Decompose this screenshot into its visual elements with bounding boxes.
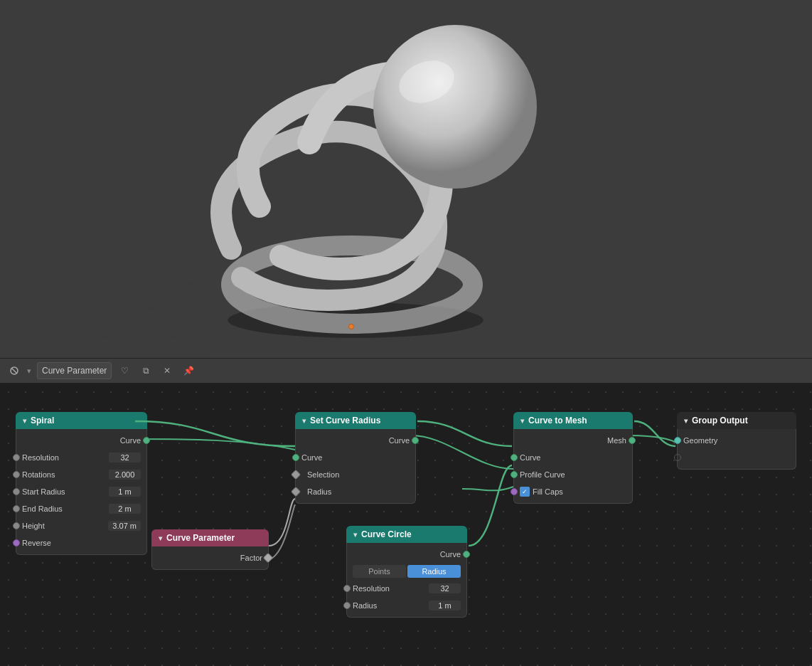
spiral-curve-label: Curve xyxy=(22,436,141,445)
group-output-title: Group Output xyxy=(692,416,748,426)
curve-to-mesh-body: Mesh Curve Profile Curve Fill Caps xyxy=(513,429,633,504)
cc-radius-toggle[interactable]: Radius xyxy=(407,565,461,578)
spiral-resolution-value[interactable]: 32 xyxy=(109,453,141,462)
scr-selection-row: Selection xyxy=(296,466,415,483)
cc-curve-socket[interactable] xyxy=(463,551,470,558)
node-tree-name: Curve Parameter xyxy=(42,366,107,376)
cc-radius-socket[interactable] xyxy=(343,602,351,609)
spiral-node-body: Curve Resolution 32 Rotations 2.000 Star… xyxy=(16,429,147,555)
scr-radius-row: Radius xyxy=(296,483,415,500)
node-editor[interactable]: ▾ Spiral Curve Resolution 32 Rotations 2… xyxy=(0,384,812,666)
curve-parameter-title: Curve Parameter xyxy=(166,533,235,543)
spiral-reverse-row: Reverse xyxy=(16,534,146,551)
set-curve-radius-header: ▾ Set Curve Radius xyxy=(295,412,416,429)
spiral-curve-output: Curve xyxy=(16,432,146,449)
node-tree-type-icon[interactable] xyxy=(6,362,23,379)
spiral-rotations-socket[interactable] xyxy=(13,471,20,478)
spiral-curve-socket[interactable] xyxy=(143,437,150,444)
set-curve-radius-node[interactable]: ▾ Set Curve Radius Curve Curve Selection xyxy=(295,412,416,504)
spiral-resolution-row: Resolution 32 xyxy=(16,449,146,466)
go-geometry-socket[interactable] xyxy=(674,437,681,444)
cc-resolution-socket[interactable] xyxy=(343,585,351,592)
cc-radius-value[interactable]: 1 m xyxy=(429,601,461,610)
group-output-body: Geometry xyxy=(677,429,796,470)
close-button[interactable]: ✕ xyxy=(159,362,176,379)
spiral-rotations-row: Rotations 2.000 xyxy=(16,466,146,483)
scr-selection-socket[interactable] xyxy=(291,470,301,480)
spiral-end-radius-value[interactable]: 2 m xyxy=(109,504,141,514)
svg-point-21 xyxy=(373,25,537,189)
go-geometry-row: Geometry xyxy=(678,432,796,449)
heart-button[interactable]: ♡ xyxy=(116,362,133,379)
curve-circle-body: Curve Points Radius Resolution 32 Radius… xyxy=(346,543,467,618)
scr-curve-out-label: Curve xyxy=(301,436,410,445)
cc-curve-output: Curve xyxy=(347,546,466,563)
ctm-fillcaps-socket[interactable] xyxy=(511,488,518,495)
spiral-node[interactable]: ▾ Spiral Curve Resolution 32 Rotations 2… xyxy=(16,412,147,555)
spiral-end-radius-row: End Radius 2 m xyxy=(16,500,146,517)
ctm-profile-row: Profile Curve xyxy=(514,466,632,483)
curve-circle-header: ▾ Curve Circle xyxy=(346,526,467,543)
cp-factor-label: Factor xyxy=(158,554,262,562)
cc-resolution-row: Resolution 32 xyxy=(347,580,466,597)
spiral-resolution-socket[interactable] xyxy=(13,454,20,461)
curve-to-mesh-node[interactable]: ▾ Curve to Mesh Mesh Curve Profile Curve xyxy=(513,412,633,504)
curve-to-mesh-title: Curve to Mesh xyxy=(528,416,587,426)
copy-button[interactable]: ⧉ xyxy=(137,362,154,379)
spiral-rotations-value[interactable]: 2.000 xyxy=(109,470,141,480)
cc-toggle-group: Points Radius xyxy=(353,565,461,578)
svg-line-24 xyxy=(11,368,17,374)
spiral-node-header: ▾ Spiral xyxy=(16,412,147,429)
viewport-3d[interactable] xyxy=(0,0,812,358)
group-output-header: ▾ Group Output xyxy=(677,412,796,429)
ctm-curve-row: Curve xyxy=(514,449,632,466)
spiral-start-radius-row: Start Radius 1 m xyxy=(16,483,146,500)
spiral-height-socket[interactable] xyxy=(13,522,20,529)
cp-factor-socket[interactable] xyxy=(263,553,273,563)
curve-parameter-body: Factor xyxy=(151,546,269,570)
scr-curve-in-socket[interactable] xyxy=(292,454,299,461)
pin-button[interactable]: 📌 xyxy=(180,362,197,379)
cc-curve-label: Curve xyxy=(353,550,461,559)
cc-points-toggle[interactable]: Points xyxy=(353,565,406,578)
spiral-height-value[interactable]: 3.07 m xyxy=(108,521,141,531)
curve-circle-node[interactable]: ▾ Curve Circle Curve Points Radius Resol… xyxy=(346,526,467,618)
spiral-reverse-socket[interactable] xyxy=(13,539,20,546)
spiral-height-row: Height 3.07 m xyxy=(16,517,146,534)
ctm-fillcaps-row: Fill Caps xyxy=(514,483,632,500)
ctm-fillcaps-checkbox[interactable] xyxy=(520,487,530,497)
cp-factor-output: Factor xyxy=(152,549,268,566)
origin-dot xyxy=(348,324,354,329)
spiral-start-radius-value[interactable]: 1 m xyxy=(109,487,141,497)
curve-parameter-header: ▾ Curve Parameter xyxy=(151,529,269,546)
curve-parameter-node[interactable]: ▾ Curve Parameter Factor xyxy=(151,529,269,570)
ctm-mesh-socket[interactable] xyxy=(629,437,636,444)
spiral-start-radius-socket[interactable] xyxy=(13,488,20,495)
3d-spiral-object xyxy=(142,21,583,342)
curve-circle-title: Curve Circle xyxy=(361,529,412,539)
ctm-curve-socket[interactable] xyxy=(511,454,518,461)
go-empty-row xyxy=(678,449,796,466)
node-editor-toolbar: ▾ Curve Parameter ♡ ⧉ ✕ 📌 xyxy=(0,358,812,384)
spiral-end-radius-socket[interactable] xyxy=(13,505,20,512)
scr-curve-in-row: Curve xyxy=(296,449,415,466)
node-tree-name-dropdown[interactable]: Curve Parameter xyxy=(37,362,112,379)
scr-curve-out-socket[interactable] xyxy=(412,437,419,444)
ctm-mesh-output: Mesh xyxy=(514,432,632,449)
cc-radius-row: Radius 1 m xyxy=(347,597,466,614)
set-curve-radius-body: Curve Curve Selection Radius xyxy=(295,429,416,504)
cc-resolution-value[interactable]: 32 xyxy=(429,583,461,593)
go-empty-socket xyxy=(674,454,681,461)
spiral-node-title: Spiral xyxy=(31,416,54,426)
group-output-node[interactable]: ▾ Group Output Geometry xyxy=(677,412,796,470)
set-curve-radius-title: Set Curve Radius xyxy=(310,416,380,426)
ctm-profile-socket[interactable] xyxy=(511,471,518,478)
scr-radius-socket[interactable] xyxy=(291,487,301,497)
scr-curve-output: Curve xyxy=(296,432,415,449)
ctm-mesh-label: Mesh xyxy=(520,436,626,445)
curve-to-mesh-header: ▾ Curve to Mesh xyxy=(513,412,633,429)
